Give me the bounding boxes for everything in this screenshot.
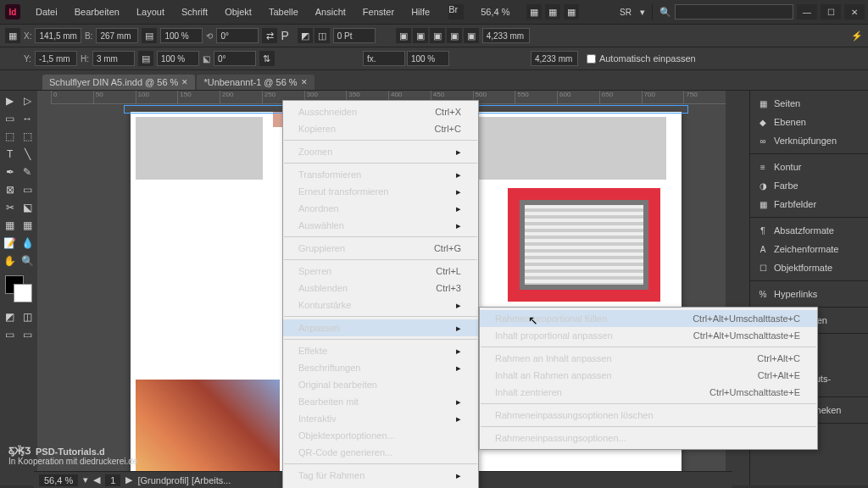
context-menu-item[interactable]: SperrenCtrl+L bbox=[283, 263, 478, 280]
image-frame-kids[interactable] bbox=[136, 380, 280, 485]
page-tool[interactable]: ▭ bbox=[2, 110, 19, 127]
status-zoom[interactable]: 56,4 % bbox=[39, 474, 78, 486]
context-menu-item[interactable]: Inhalt zentrierenCtrl+Umschalttaste+E bbox=[480, 384, 817, 401]
fit-icon[interactable]: ▣ bbox=[464, 28, 479, 43]
context-menu-item[interactable]: Erneut transformieren▸ bbox=[283, 183, 478, 200]
color-swatch[interactable] bbox=[2, 275, 36, 304]
panel-zeichenformate[interactable]: AZeichenformate bbox=[750, 240, 868, 258]
context-menu-item[interactable]: AusblendenCtrl+3 bbox=[283, 280, 478, 297]
corner-w-field[interactable]: 4,233 mm bbox=[482, 28, 530, 43]
apply-color-icon[interactable]: ◩ bbox=[2, 308, 19, 325]
fill-icon[interactable]: ◩ bbox=[298, 28, 313, 43]
line-tool[interactable]: ╲ bbox=[19, 146, 36, 163]
menu-file[interactable]: Datei bbox=[27, 2, 66, 22]
type-tool[interactable]: T bbox=[2, 146, 19, 163]
image-frame[interactable] bbox=[136, 117, 263, 180]
panel-verknuepfungen[interactable]: ∞Verknüpfungen bbox=[750, 131, 868, 150]
w-field[interactable]: 267 mm bbox=[96, 28, 138, 43]
context-menu-item[interactable]: Rahmeneinpassungsoptionen löschen bbox=[480, 407, 817, 424]
status-page[interactable]: 1 bbox=[105, 474, 120, 486]
context-menu-item[interactable]: KopierenCtrl+C bbox=[283, 120, 478, 137]
document-tab[interactable]: Schulflyer DIN A5.indd @ 56 %✕ bbox=[42, 75, 195, 90]
menu-layout[interactable]: Layout bbox=[128, 2, 173, 22]
minimize-button[interactable]: — bbox=[797, 4, 817, 19]
panel-hyperlinks[interactable]: %Hyperlinks bbox=[750, 285, 868, 303]
content-collector-tool[interactable]: ⬚ bbox=[2, 128, 19, 145]
auto-fit-checkbox[interactable]: Automatisch einpassen bbox=[587, 53, 696, 64]
dropdown-arrow-icon[interactable]: ▾ bbox=[640, 7, 645, 18]
screen-mode-icon[interactable]: ▭ bbox=[19, 326, 36, 343]
close-tab-icon[interactable]: ✕ bbox=[301, 78, 308, 86]
rectangle-tool[interactable]: ▭ bbox=[19, 181, 36, 198]
pen-tool[interactable]: ✒ bbox=[2, 164, 19, 180]
fit-icon[interactable]: ▣ bbox=[413, 28, 428, 43]
scale-icon[interactable]: ▤ bbox=[138, 51, 153, 66]
context-menu-item[interactable]: Auswählen▸ bbox=[283, 217, 478, 234]
scalex-field[interactable]: 100 % bbox=[160, 28, 203, 43]
menu-type[interactable]: Schrift bbox=[173, 2, 216, 22]
context-menu-item[interactable]: Beschriftungen▸ bbox=[283, 359, 478, 376]
viewmode-icon-3[interactable]: ▦ bbox=[564, 4, 579, 19]
document-tab-active[interactable]: *Unbenannt-1 @ 56 %✕ bbox=[197, 75, 314, 90]
menu-edit[interactable]: Bearbeiten bbox=[66, 2, 128, 22]
x-field[interactable]: 141,5 mm bbox=[35, 28, 81, 43]
context-menu-item[interactable]: Inhalt proportional anpassenCtrl+Alt+Ums… bbox=[480, 327, 817, 344]
menu-table[interactable]: Tabelle bbox=[260, 2, 307, 22]
eyedropper-tool[interactable]: 💧 bbox=[19, 235, 36, 252]
menu-window[interactable]: Fenster bbox=[354, 2, 403, 22]
rotation-field[interactable]: 0° bbox=[216, 28, 259, 43]
panel-farbe[interactable]: ◑Farbe bbox=[750, 176, 868, 195]
context-menu-item[interactable]: AusschneidenCtrl+X bbox=[283, 103, 478, 120]
context-menu-item[interactable]: Konturstärke▸ bbox=[283, 297, 478, 313]
fit-icon[interactable]: ▣ bbox=[396, 28, 411, 43]
menu-view[interactable]: Ansicht bbox=[307, 2, 354, 22]
stroke-icon[interactable]: ◫ bbox=[314, 28, 330, 43]
auto-fit-check-input[interactable] bbox=[587, 54, 596, 64]
zoom-display[interactable]: 56,4 % bbox=[481, 7, 509, 17]
y-field[interactable]: -1,5 mm bbox=[35, 51, 77, 66]
help-search-input[interactable] bbox=[675, 4, 793, 19]
panel-absatzformate[interactable]: ¶Absatzformate bbox=[750, 221, 868, 240]
context-menu-item[interactable]: Anpassen▸ bbox=[283, 319, 478, 336]
context-menu-item[interactable]: Interaktiv▸ bbox=[283, 410, 478, 427]
zoom-tool[interactable]: 🔍 bbox=[19, 252, 36, 269]
context-menu-item[interactable]: Transformieren▸ bbox=[283, 166, 478, 183]
context-submenu-anpassen[interactable]: Rahmen proportional füllenCtrl+Alt+Umsch… bbox=[479, 307, 818, 450]
refpoint-icon[interactable]: ▦ bbox=[5, 28, 20, 43]
free-transform-tool[interactable]: ⬕ bbox=[19, 199, 36, 216]
bridge-icon[interactable]: Br bbox=[448, 4, 464, 19]
context-menu-item[interactable]: Tag für Rahmen▸ bbox=[283, 467, 478, 484]
workspace-label[interactable]: SR bbox=[615, 8, 637, 17]
panel-farbfelder[interactable]: ▦Farbfelder bbox=[750, 195, 868, 214]
context-menu-item[interactable]: GruppierenCtrl+G bbox=[283, 240, 478, 257]
prev-page-icon[interactable]: ◀ bbox=[93, 474, 100, 485]
context-menu[interactable]: AusschneidenCtrl+XKopierenCtrl+CZoomen▸T… bbox=[282, 100, 479, 488]
scaley-field[interactable]: 100 % bbox=[157, 51, 199, 66]
maximize-button[interactable]: ☐ bbox=[821, 4, 841, 19]
scissors-tool[interactable]: ✂ bbox=[2, 199, 19, 216]
panel-ebenen[interactable]: ◆Ebenen bbox=[750, 113, 868, 131]
gradient-feather-tool[interactable]: ▦ bbox=[19, 217, 36, 234]
context-menu-item[interactable]: Effekte▸ bbox=[283, 342, 478, 359]
context-menu-item[interactable]: Objektexportoptionen... bbox=[283, 427, 478, 444]
image-frame[interactable] bbox=[463, 117, 666, 180]
hand-tool[interactable]: ✋ bbox=[2, 252, 19, 269]
note-tool[interactable]: 📝 bbox=[2, 235, 19, 252]
context-menu-item[interactable]: Bearbeiten mit▸ bbox=[283, 393, 478, 410]
view-mode-icon[interactable]: ▭ bbox=[2, 326, 19, 343]
context-menu-item[interactable]: Rahmen proportional füllenCtrl+Alt+Umsch… bbox=[480, 310, 817, 327]
pencil-tool[interactable]: ✎ bbox=[19, 164, 36, 180]
selection-tool[interactable]: ▶ bbox=[2, 92, 19, 109]
context-menu-item[interactable]: Original bearbeiten bbox=[283, 376, 478, 393]
close-button[interactable]: ✕ bbox=[844, 4, 865, 19]
shear-field[interactable]: 0° bbox=[214, 51, 256, 66]
image-frame-window[interactable] bbox=[508, 188, 660, 302]
flip-v-icon[interactable]: ⇅ bbox=[259, 51, 275, 66]
fit-icon[interactable]: ▣ bbox=[430, 28, 445, 43]
panel-kontur[interactable]: ≡Kontur bbox=[750, 158, 868, 176]
gradient-swatch-tool[interactable]: ▦ bbox=[2, 217, 19, 234]
context-menu-item[interactable]: Inhalt an Rahmen anpassenCtrl+Alt+E bbox=[480, 367, 817, 384]
context-menu-item[interactable]: Rahmen an Inhalt anpassenCtrl+Alt+C bbox=[480, 350, 817, 367]
context-menu-item[interactable]: Tags automatisch erstellen bbox=[283, 484, 478, 488]
h-field[interactable]: 3 mm bbox=[92, 51, 135, 66]
